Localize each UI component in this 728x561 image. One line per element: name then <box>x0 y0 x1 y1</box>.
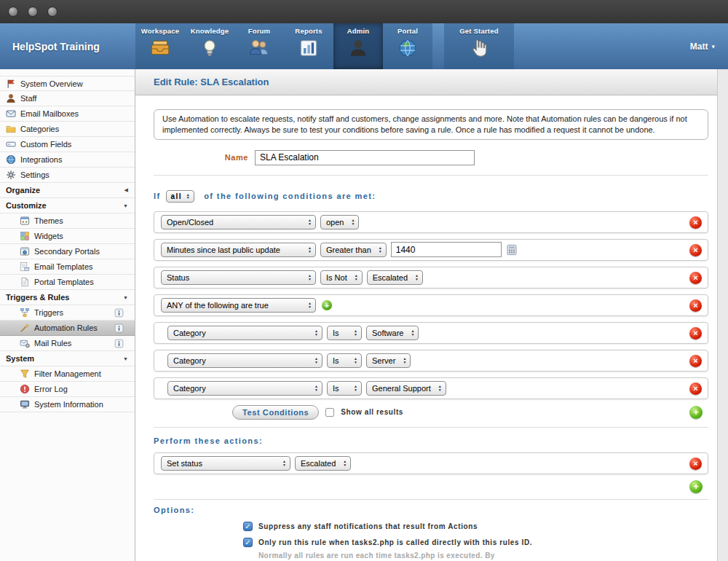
dropdown-escalated[interactable]: Escalated▲▼ <box>295 456 351 471</box>
delete-condition-button[interactable]: × <box>689 382 702 395</box>
dropdown-set-status[interactable]: Set status▲▼ <box>161 456 290 471</box>
dropdown-general-support[interactable]: General Support▲▼ <box>366 381 446 396</box>
window-close-button[interactable] <box>8 7 18 17</box>
select-arrows-icon: ▲▼ <box>186 193 191 200</box>
dropdown-value: Category <box>173 329 206 337</box>
dropdown-category[interactable]: Category▲▼ <box>167 381 323 396</box>
nav-tab-workspace[interactable]: Workspace <box>135 23 185 69</box>
dropdown-value: Server <box>372 356 395 365</box>
info-icon[interactable] <box>114 323 124 333</box>
select-arrows-icon: ▲▼ <box>314 357 318 364</box>
conditions-list: Open/Closed▲▼open▲▼×Minutes since last p… <box>154 211 708 399</box>
sidebar-item-widgets[interactable]: Widgets <box>0 229 135 244</box>
content-area: System OverviewStaffEmail MailboxesCateg… <box>0 69 728 561</box>
sidebar-item-system-information[interactable]: System Information <box>0 397 135 412</box>
rule-name-input[interactable] <box>255 150 475 165</box>
nav-tab-get-started[interactable]: Get Started <box>444 23 514 69</box>
sidebar-item-customize[interactable]: Customize▼ <box>0 198 135 213</box>
delete-condition-button[interactable]: × <box>689 272 702 284</box>
test-conditions-button[interactable]: Test Conditions <box>232 405 319 420</box>
calculator-icon[interactable] <box>506 244 518 256</box>
sidebar-item-mail-rules[interactable]: Mail Rules <box>0 336 135 351</box>
dropdown-minutes-since-last-public-update[interactable]: Minutes since last public update▲▼ <box>161 243 316 257</box>
nav-tab-admin[interactable]: Admin <box>333 23 383 69</box>
add-action-button[interactable]: + <box>689 480 703 493</box>
condition-row: Category▲▼Is▲▼Server▲▼× <box>154 350 708 372</box>
window-minimize-button[interactable] <box>28 7 38 17</box>
nav-tab-reports[interactable]: Reports <box>284 23 333 69</box>
bar-chart-icon <box>298 37 320 59</box>
sidebar-item-automation-rules[interactable]: Automation Rules <box>0 321 135 336</box>
scrollbar-track[interactable] <box>717 69 728 561</box>
sidebar-item-secondary-portals[interactable]: Secondary Portals <box>0 244 135 259</box>
sidebar-item-system[interactable]: System▼ <box>0 351 135 366</box>
sidebar-item-email-mailboxes[interactable]: Email Mailboxes <box>0 106 135 122</box>
dropdown-any-of-the-following-are-true[interactable]: ANY of the following are true▲▼ <box>161 298 316 313</box>
delete-condition-button[interactable]: × <box>689 355 702 367</box>
sidebar-item-settings[interactable]: Settings <box>0 168 135 183</box>
sidebar-item-organize[interactable]: Organize◀ <box>0 183 135 198</box>
dropdown-status[interactable]: Status▲▼ <box>161 270 316 285</box>
dropdown-software[interactable]: Software▲▼ <box>366 326 419 340</box>
sidebar-item-error-log[interactable]: Error Log <box>0 382 135 397</box>
window-zoom-button[interactable] <box>47 7 58 17</box>
dropdown-value: Category <box>173 384 206 393</box>
sidebar-item-portal-templates[interactable]: Portal Templates <box>0 275 135 290</box>
show-all-results-checkbox[interactable] <box>325 408 334 417</box>
sidebar-item-themes[interactable]: Themes <box>0 213 135 229</box>
condition-row: ANY of the following are true▲▼+× <box>154 294 708 316</box>
app-header: HelpSpot Training WorkspaceKnowledgeForu… <box>0 23 728 69</box>
sidebar-item-filter-management[interactable]: Filter Management <box>0 366 135 382</box>
select-arrows-icon: ▲▼ <box>343 460 347 466</box>
dropdown-is-not[interactable]: Is Not▲▼ <box>320 270 363 285</box>
dropdown-escalated[interactable]: Escalated▲▼ <box>367 270 423 285</box>
delete-condition-button[interactable]: × <box>689 216 702 229</box>
nav-tab-knowledge[interactable]: Knowledge <box>185 23 234 69</box>
select-arrows-icon: ▲▼ <box>308 274 312 280</box>
select-arrows-icon: ▲▼ <box>308 219 312 225</box>
sidebar-item-custom-fields[interactable]: Custom Fields <box>0 137 135 152</box>
delete-condition-button[interactable]: × <box>689 299 702 312</box>
delete-action-button[interactable]: × <box>689 458 702 470</box>
delete-condition-button[interactable]: × <box>689 327 702 340</box>
sidebar-item-email-templates[interactable]: Email Templates <box>0 259 135 275</box>
caret-down-icon: ▾ <box>711 43 715 50</box>
sidebar-item-categories[interactable]: Categories <box>0 122 135 137</box>
info-icon[interactable] <box>114 308 124 318</box>
sidebar-item-label: Customize <box>6 201 47 210</box>
dropdown-is[interactable]: Is▲▼ <box>327 353 362 368</box>
option-note: Normally all rules are run each time tas… <box>258 552 708 560</box>
add-condition-button[interactable]: + <box>689 406 703 419</box>
nav-tab-label: Portal <box>383 27 432 35</box>
sidebar-item-triggers[interactable]: Triggers <box>0 305 135 321</box>
dropdown-open[interactable]: open▲▼ <box>320 215 359 230</box>
sidebar-item-label: Secondary Portals <box>34 247 100 256</box>
dropdown-category[interactable]: Category▲▼ <box>167 326 323 340</box>
dropdown-is[interactable]: Is▲▼ <box>327 326 362 340</box>
sidebar-item-label: Staff <box>20 94 36 103</box>
option-checkbox[interactable]: ✓ <box>243 538 253 547</box>
add-subcondition-button[interactable]: + <box>322 300 332 310</box>
condition-value-input[interactable] <box>391 242 502 257</box>
match-type-select[interactable]: all ▲▼ <box>166 190 195 203</box>
dropdown-greater-than[interactable]: Greater than▲▼ <box>320 243 387 257</box>
option-checkbox[interactable]: ✓ <box>243 522 253 531</box>
nav-tab-forum[interactable]: Forum <box>234 23 284 69</box>
select-arrows-icon: ▲▼ <box>379 246 382 253</box>
sidebar-item-label: Email Mailboxes <box>20 109 79 118</box>
dropdown-category[interactable]: Category▲▼ <box>167 353 323 368</box>
sidebar-item-triggers-rules[interactable]: Triggers & Rules▼ <box>0 290 135 305</box>
sidebar-item-system-overview[interactable]: System Overview <box>0 76 135 91</box>
user-menu[interactable]: Matt ▾ <box>690 23 728 69</box>
dropdown-value: Is <box>333 356 339 365</box>
sidebar-item-staff[interactable]: Staff <box>0 91 135 106</box>
dropdown-open-closed[interactable]: Open/Closed▲▼ <box>161 215 316 230</box>
dropdown-server[interactable]: Server▲▼ <box>366 353 411 368</box>
nav-tab-portal[interactable]: Portal <box>383 23 432 69</box>
sidebar-item-integrations[interactable]: Integrations <box>0 152 135 168</box>
dropdown-is[interactable]: Is▲▼ <box>327 381 362 396</box>
info-icon[interactable] <box>114 339 124 348</box>
window-titlebar <box>0 0 728 23</box>
delete-condition-button[interactable]: × <box>689 244 702 256</box>
sidebar-item-label: System Information <box>34 400 103 409</box>
